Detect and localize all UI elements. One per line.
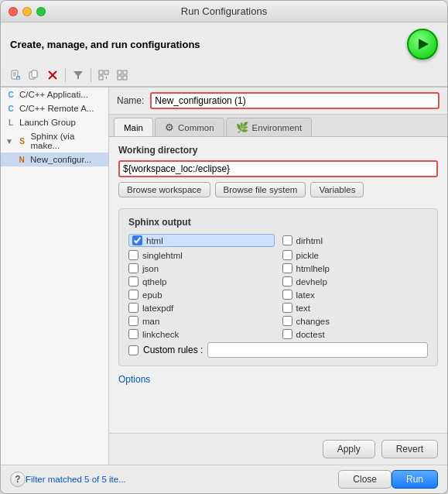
checkbox-latexpdf-input[interactable] xyxy=(128,303,139,313)
options-link[interactable]: Options xyxy=(118,374,438,385)
checkbox-qthelp-input[interactable] xyxy=(128,276,139,286)
checkbox-devhelp: devhelp xyxy=(282,276,429,286)
footer: ? Filter matched 5 of 5 ite... Close Run xyxy=(1,465,447,493)
svg-rect-18 xyxy=(118,76,121,80)
checkbox-html-input[interactable] xyxy=(132,235,142,245)
tab-common[interactable]: ⚙ Common xyxy=(155,118,224,136)
checkbox-pickle-input[interactable] xyxy=(282,250,292,260)
sidebar-item-label: New_configur... xyxy=(30,155,91,164)
browse-row: Browse workspace Browse file system Vari… xyxy=(118,182,438,197)
new-config-icon: N xyxy=(16,156,27,164)
filter-status: Filter matched 5 of 5 ite... xyxy=(26,475,126,484)
custom-rules-input[interactable] xyxy=(207,342,428,358)
header: Create, manage, and run configurations xyxy=(1,22,447,64)
toolbar xyxy=(1,64,447,87)
c-cpp-app-icon: C xyxy=(5,91,16,99)
run-button[interactable]: Run xyxy=(392,470,438,489)
checkbox-man-label: man xyxy=(142,317,159,326)
svg-marker-11 xyxy=(74,71,83,79)
checkbox-singlehtml-input[interactable] xyxy=(128,250,139,260)
maximize-button[interactable] xyxy=(36,7,46,16)
checkbox-htmlhelp-label: htmlhelp xyxy=(296,264,330,273)
checkbox-text: text xyxy=(282,303,429,313)
name-input[interactable] xyxy=(150,92,439,109)
help-button[interactable]: ? xyxy=(10,472,26,487)
tab-main-label: Main xyxy=(124,123,143,132)
run-icon-button[interactable] xyxy=(407,29,438,60)
checkbox-changes: changes xyxy=(282,316,429,326)
checkbox-htmlhelp-input[interactable] xyxy=(282,263,292,273)
checkbox-html: html xyxy=(128,234,275,247)
svg-rect-16 xyxy=(118,70,121,74)
common-tab-icon: ⚙ xyxy=(165,122,174,133)
sphinx-output-section: Sphinx output html dirhtml xyxy=(118,208,438,366)
checkbox-epub: epub xyxy=(128,290,275,300)
filter-button[interactable] xyxy=(70,67,87,84)
working-dir-input[interactable] xyxy=(118,160,438,177)
custom-rules-row: Custom rules : xyxy=(128,342,428,358)
tab-common-label: Common xyxy=(178,123,214,132)
c-cpp-remote-icon: C xyxy=(5,105,16,113)
checkbox-devhelp-input[interactable] xyxy=(282,276,292,286)
sphinx-expand-icon: ▼ xyxy=(5,137,13,146)
new-config-button[interactable] xyxy=(7,67,24,84)
checkbox-doctest-label: doctest xyxy=(296,330,325,339)
right-panel: Name: Main ⚙ Common 🌿 Environment xyxy=(109,87,447,465)
checkbox-doctest: doctest xyxy=(282,329,429,339)
checkbox-linkcheck-input[interactable] xyxy=(128,329,139,339)
svg-rect-8 xyxy=(32,70,37,77)
checkbox-man: man xyxy=(128,316,275,326)
name-bar: Name: xyxy=(109,87,447,115)
window: Run Configurations Create, manage, and r… xyxy=(0,0,448,494)
checkbox-json-input[interactable] xyxy=(128,263,139,273)
checkbox-doctest-input[interactable] xyxy=(282,329,292,339)
checkbox-devhelp-label: devhelp xyxy=(296,277,327,286)
checkbox-pickle: pickle xyxy=(282,250,429,260)
checkbox-linkcheck: linkcheck xyxy=(128,329,275,339)
sidebar-item-label: C/C++ Applicati... xyxy=(19,90,88,99)
browse-workspace-button[interactable]: Browse workspace xyxy=(118,182,210,197)
duplicate-button[interactable] xyxy=(26,67,43,84)
checkbox-qthelp-label: qthelp xyxy=(142,277,166,286)
checkbox-grid: html dirhtml singlehtml pickle xyxy=(128,234,428,339)
checkbox-latexpdf: latexpdf xyxy=(128,303,275,313)
checkbox-latex-input[interactable] xyxy=(282,290,292,300)
sidebar-item-launch-group[interactable]: L Launch Group xyxy=(1,115,108,129)
options-section: Options xyxy=(118,374,438,385)
checkbox-latex-label: latex xyxy=(296,290,315,300)
sphinx-output-title: Sphinx output xyxy=(128,217,428,228)
checkbox-text-label: text xyxy=(296,304,311,313)
close-button[interactable] xyxy=(9,7,18,16)
launch-group-icon: L xyxy=(5,118,16,127)
sidebar: C C/C++ Applicati... C C/C++ Remote A...… xyxy=(1,87,109,465)
tab-main[interactable]: Main xyxy=(114,118,153,136)
working-dir-row xyxy=(118,160,438,177)
checkbox-text-input[interactable] xyxy=(282,303,292,313)
checkbox-changes-input[interactable] xyxy=(282,316,292,326)
checkbox-epub-input[interactable] xyxy=(128,290,139,300)
collapse-all-button[interactable] xyxy=(95,67,112,84)
expand-all-button[interactable] xyxy=(114,67,131,84)
revert-button[interactable]: Revert xyxy=(381,440,438,458)
tab-environment[interactable]: 🌿 Environment xyxy=(226,118,313,136)
name-label: Name: xyxy=(117,95,144,106)
variables-button[interactable]: Variables xyxy=(310,182,364,197)
sidebar-item-c-cpp-app[interactable]: C C/C++ Applicati... xyxy=(1,87,108,101)
apply-button[interactable]: Apply xyxy=(323,440,375,458)
checkbox-man-input[interactable] xyxy=(128,316,139,326)
delete-button[interactable] xyxy=(44,67,61,84)
sidebar-item-label: Sphinx (via make... xyxy=(30,132,104,150)
sidebar-item-new-config[interactable]: N New_configur... xyxy=(1,153,108,166)
custom-rules-checkbox[interactable] xyxy=(128,345,139,355)
svg-rect-19 xyxy=(123,76,127,80)
tab-environment-label: Environment xyxy=(252,123,303,132)
custom-rules-label: Custom rules : xyxy=(143,345,203,355)
minimize-button[interactable] xyxy=(22,7,32,16)
checkbox-dirhtml-input[interactable] xyxy=(282,235,292,245)
checkbox-pickle-label: pickle xyxy=(296,251,319,260)
browse-filesystem-button[interactable]: Browse file system xyxy=(215,182,306,197)
checkbox-dirhtml-label: dirhtml xyxy=(296,236,323,245)
sidebar-item-c-cpp-remote[interactable]: C C/C++ Remote A... xyxy=(1,101,108,115)
sidebar-item-sphinx[interactable]: ▼ S Sphinx (via make... xyxy=(1,129,108,153)
close-button[interactable]: Close xyxy=(338,470,392,489)
